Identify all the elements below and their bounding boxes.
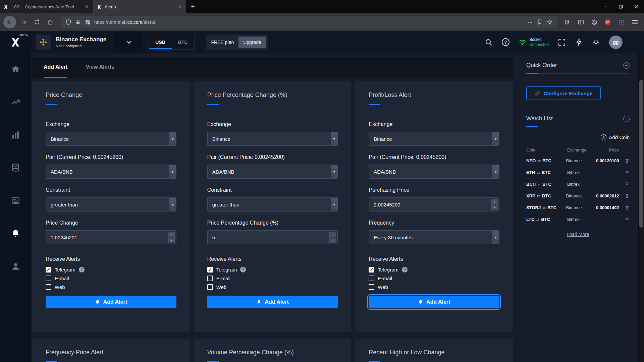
help-icon[interactable]: ? [502,38,509,46]
browser-tab-alerts[interactable]: Alerts × [93,0,186,13]
telegram-checkbox[interactable]: ✓ [369,267,374,273]
app-header: BETA Binance Exchange Not Configured USD… [0,31,644,53]
reload-button[interactable] [31,16,43,28]
currency-usd-tab[interactable]: USD [149,35,172,49]
trash-icon[interactable] [623,193,630,198]
browser-navbar: https://terminal.lcx.com/alerts ••• [0,13,644,31]
forward-button[interactable] [17,16,30,28]
email-checkbox[interactable] [46,276,51,281]
help-icon[interactable]: ? [402,267,408,273]
new-tab-button[interactable]: + [186,0,199,13]
trash-icon[interactable] [623,158,630,163]
chevron-down-icon: ▾ [492,165,499,178]
theme-sun-icon[interactable] [592,38,600,46]
back-button[interactable] [3,16,16,28]
web-checkbox[interactable] [46,284,51,290]
tab-close-icon[interactable]: × [177,3,183,10]
collapse-icon[interactable]: − [623,116,630,122]
sidebar-toggle-icon[interactable] [575,16,587,28]
trash-icon[interactable] [623,205,630,210]
avatar[interactable]: gg [609,36,623,49]
browser-tab-lcx[interactable]: LCX :: Cryptocurrency Auto Trad × [0,0,93,13]
sidebar-item-portfolio[interactable] [8,161,22,175]
load-more-link[interactable]: Load More [567,232,589,237]
email-checkbox[interactable] [207,276,213,281]
number-stepper[interactable]: ▴▾ [491,199,498,210]
shield-icon[interactable] [65,19,72,25]
sidebar-item-account[interactable] [8,259,22,273]
add-coin-button[interactable]: + Add Coin [601,134,630,140]
search-icon[interactable] [485,38,493,46]
frequency-select[interactable]: Every 30 minutes ▾ [369,230,499,244]
watch-list-headers: Coin Exchange Price [526,145,630,155]
sidebar-item-charts[interactable] [8,128,22,142]
help-icon[interactable]: ? [79,267,85,273]
exchange-name: Bittrex [567,217,598,222]
exchange-dropdown[interactable] [114,31,144,53]
page-actions-icon[interactable]: ••• [527,20,533,24]
constraint-select[interactable]: greater than ▾ [46,197,176,212]
exchange-select[interactable]: Binance ▾ [207,132,338,146]
sidebar-item-home[interactable] [8,62,22,76]
web-checkbox[interactable] [207,284,213,290]
sidebar-item-markets[interactable] [8,95,22,109]
pair-select[interactable]: ADA/BNB ▾ [46,165,176,179]
account-icon[interactable] [588,16,600,28]
url-bar[interactable]: https://terminal.lcx.com/alerts ••• [61,16,557,28]
web-checkbox[interactable] [369,284,374,290]
tab-close-icon[interactable]: × [84,3,90,10]
scrollbar-thumb[interactable] [639,80,643,228]
minimize-button[interactable] [598,0,613,13]
star-icon[interactable] [546,19,553,25]
add-alert-button[interactable]: Add Alert [46,296,176,308]
add-alert-button[interactable]: Add Alert [207,296,338,308]
currency-btc-tab[interactable]: BTC [172,35,194,49]
sidebar-item-alerts[interactable] [8,226,22,240]
menu-icon[interactable] [629,16,641,28]
tab-add-alert[interactable]: Add Alert [44,57,67,78]
input-value: 5 [212,235,330,240]
purchasing-price-input[interactable]: 2.00245200 ▴▾ [369,197,499,212]
trash-icon[interactable] [623,170,630,175]
tab-view-alerts[interactable]: View Alerts [86,57,114,78]
lcx-logo[interactable]: BETA [0,31,31,53]
apps-grid-icon[interactable] [615,16,627,28]
button-label: Add Alert [426,299,450,305]
permissions-icon[interactable] [85,19,91,25]
button-label: Configure Exchange [544,90,593,96]
trash-icon[interactable] [623,182,630,187]
number-stepper[interactable]: ▴▾ [329,232,336,243]
bookmark-icon[interactable] [536,19,543,25]
trending-icon [11,97,20,107]
home-button[interactable] [44,16,56,28]
exchange-select[interactable]: Binance ▾ [46,132,176,146]
restore-button[interactable] [613,0,629,13]
price-change-input[interactable]: 1.00245201 ▴▾ [46,230,176,244]
close-button[interactable] [629,0,644,13]
configure-exchange-button[interactable]: Configure Exchange [526,86,601,100]
telegram-checkbox[interactable]: ✓ [46,267,51,273]
pair-select[interactable]: ADA/BNB ▾ [369,165,499,179]
pair-select[interactable]: ADA/BNB ▾ [207,165,338,179]
library-icon[interactable] [561,16,574,28]
price-percentage-input[interactable]: 5 ▴▾ [207,230,338,244]
email-checkbox[interactable] [369,276,374,281]
card-frequency-price-alert: Frequency Price Alert [32,339,190,362]
add-alert-button[interactable]: Add Alert [369,296,499,308]
exchange-select[interactable]: Binance ▾ [369,132,499,146]
trash-icon[interactable] [623,217,630,222]
fullscreen-icon[interactable] [558,38,566,46]
constraint-select[interactable]: greater than ▾ [207,197,338,212]
telegram-checkbox[interactable]: ✓ [207,267,213,273]
lock-warning-icon[interactable] [75,19,82,25]
page-scrollbar[interactable] [638,53,644,362]
swap-icon: ⇄ [542,205,546,210]
bolt-icon[interactable] [575,38,583,46]
help-icon[interactable]: ? [240,267,246,273]
upgrade-button[interactable]: Upgrade [238,37,266,48]
collapse-icon[interactable]: − [623,62,630,69]
number-stepper[interactable]: ▴▾ [168,232,175,243]
sidebar-item-news[interactable] [8,193,22,207]
channel-telegram: ✓ Telegram ? [207,267,338,273]
pdf-extension-icon[interactable] [602,16,614,28]
